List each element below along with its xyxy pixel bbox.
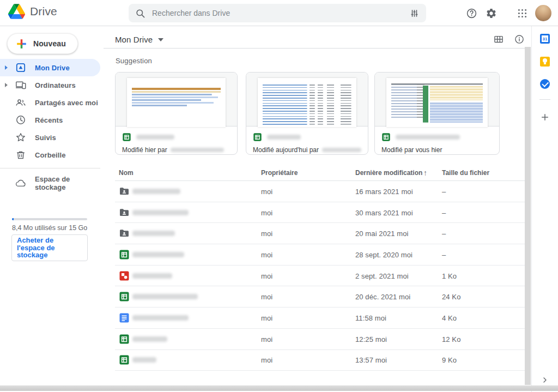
- sheets-icon: [119, 249, 130, 260]
- sidebar-nav: Mon Drive Ordinateurs Partagés avec moi …: [0, 59, 100, 164]
- file-row[interactable]: moi 30 mars 2021 moi –: [115, 202, 526, 224]
- file-size: 24 Ko: [442, 293, 460, 301]
- header-divider: [104, 48, 526, 49]
- storage-usage-text: 8,4 Mo utilisés sur 15 Go: [12, 224, 87, 232]
- sidebar-item-label: Suivis: [35, 134, 56, 142]
- folder-title-menu[interactable]: Mon Drive: [115, 31, 163, 47]
- expand-arrow-icon[interactable]: [5, 83, 8, 87]
- redacted-user-name: [322, 148, 361, 152]
- apps-grid-icon: [517, 8, 528, 19]
- file-size: 12 Ko: [442, 335, 460, 343]
- trash-icon: [15, 149, 26, 160]
- search-bar[interactable]: [129, 4, 426, 22]
- card-caption-text: Modifié par vous hier: [381, 146, 442, 154]
- redacted-file-name: [267, 135, 301, 140]
- file-owner: moi: [261, 356, 272, 364]
- suggestion-card-1[interactable]: Modifié hier par: [115, 72, 238, 155]
- sidebar-item-mon-drive[interactable]: Mon Drive: [0, 59, 100, 76]
- google-apps-button[interactable]: [513, 4, 531, 22]
- file-size: –: [442, 250, 446, 258]
- account-avatar[interactable]: [535, 5, 551, 21]
- google-keep-icon: [540, 57, 550, 67]
- redacted-user-name: [171, 148, 224, 152]
- file-size: 4 Ko: [442, 313, 457, 322]
- sidebar-item-storage[interactable]: Espace de stockage: [0, 174, 100, 192]
- gear-icon: [486, 8, 497, 19]
- plus-icon: [539, 112, 550, 123]
- file-size: –: [442, 187, 446, 195]
- redacted-file-name: [132, 294, 198, 299]
- suggestion-card-3[interactable]: Modifié par vous hier: [374, 72, 500, 155]
- file-modified-date: 20 mai 2021 moi: [355, 230, 409, 238]
- file-thumbnail: [116, 73, 237, 126]
- redacted-file-name: [132, 357, 156, 363]
- horizontal-scrollbar[interactable]: [0, 385, 558, 391]
- sidebar-item-recents[interactable]: Récents: [0, 111, 100, 129]
- file-owner: moi: [261, 187, 272, 195]
- spreadsheet-preview: [132, 88, 221, 107]
- file-owner: moi: [261, 335, 272, 343]
- file-row[interactable]: moi 20 déc. 2021 moi 24 Ko: [115, 286, 526, 307]
- new-button[interactable]: Nouveau: [7, 33, 78, 54]
- drive-triangle-icon: [8, 4, 25, 19]
- clock-icon: [15, 114, 26, 125]
- info-icon: [514, 34, 525, 45]
- file-row[interactable]: moi 28 sept. 2020 moi –: [115, 244, 526, 266]
- search-icon: [135, 8, 145, 19]
- details-button[interactable]: [512, 32, 526, 46]
- file-owner: moi: [261, 272, 272, 280]
- sidebar-item-label: Ordinateurs: [35, 81, 76, 89]
- storage-label: Espace de stockage: [35, 175, 100, 191]
- file-owner: moi: [261, 313, 272, 322]
- sidebar-item-ordinateurs[interactable]: Ordinateurs: [0, 76, 100, 94]
- file-thumbnail: [246, 73, 368, 126]
- file-size: 9 Ko: [442, 356, 457, 364]
- spreadsheet-preview: [391, 83, 483, 123]
- file-row[interactable]: moi 20 mai 2021 moi –: [115, 223, 526, 244]
- add-addon-button[interactable]: [539, 111, 551, 123]
- grid-view-icon: [493, 34, 504, 45]
- hide-panel-button[interactable]: [541, 376, 549, 384]
- vertical-scrollbar[interactable]: [525, 47, 531, 385]
- sidebar-item-partages-avec-moi[interactable]: Partagés avec moi: [0, 94, 100, 111]
- expand-arrow-icon[interactable]: [5, 65, 8, 70]
- buy-storage-button[interactable]: Acheter de l'espace de stockage: [11, 234, 88, 261]
- redacted-file-name: [136, 135, 174, 140]
- file-modified-date: 20 déc. 2021 moi: [355, 293, 410, 301]
- column-header-size[interactable]: Taille du fichier: [442, 169, 489, 177]
- keep-button[interactable]: [540, 57, 550, 67]
- settings-button[interactable]: [482, 4, 500, 22]
- sort-ascending-icon[interactable]: ↑: [423, 168, 427, 177]
- drive-logo[interactable]: Drive: [8, 4, 57, 19]
- file-row[interactable]: moi 13:57 moi 9 Ko: [115, 350, 526, 371]
- calendar-button[interactable]: 31: [540, 34, 550, 44]
- table-body: moi 16 mars 2021 moi – moi 30 mars 2021 …: [115, 181, 526, 371]
- sheets-icon: [119, 354, 130, 365]
- grid-view-button[interactable]: [492, 32, 506, 46]
- file-row[interactable]: moi 16 mars 2021 moi –: [115, 181, 526, 202]
- sidebar-item-suivis[interactable]: Suivis: [0, 129, 100, 146]
- file-row[interactable]: moi 2 sept. 2021 moi 1 Ko: [115, 266, 526, 287]
- docs-icon: [119, 312, 130, 323]
- tasks-button[interactable]: [540, 79, 550, 89]
- file-owner: moi: [261, 230, 272, 238]
- file-row[interactable]: moi 11:58 moi 4 Ko: [115, 307, 526, 329]
- redacted-file-name: [132, 210, 189, 215]
- column-header-modified[interactable]: Dernière modification: [355, 169, 422, 177]
- file-modified-date: 30 mars 2021 moi: [355, 208, 413, 216]
- file-owner: moi: [261, 293, 272, 301]
- suggestion-card-2[interactable]: Modifié aujourd'hui par: [246, 72, 368, 155]
- column-header-owner[interactable]: Propriétaire: [261, 169, 298, 177]
- storage-progress-fill: [12, 218, 14, 220]
- file-modified-date: 11:58 moi: [355, 313, 386, 322]
- search-options-icon[interactable]: [409, 8, 420, 19]
- file-modified-date: 13:57 moi: [355, 356, 387, 364]
- column-header-name[interactable]: Nom: [119, 169, 134, 177]
- panel-divider: [539, 99, 550, 100]
- file-row[interactable]: moi 12:25 moi 12 Ko: [115, 329, 526, 350]
- computers-icon: [15, 80, 26, 91]
- search-input[interactable]: [152, 9, 409, 17]
- shared-folder-icon: [119, 186, 130, 197]
- help-button[interactable]: [463, 4, 480, 22]
- sidebar-item-corbeille[interactable]: Corbeille: [0, 146, 100, 164]
